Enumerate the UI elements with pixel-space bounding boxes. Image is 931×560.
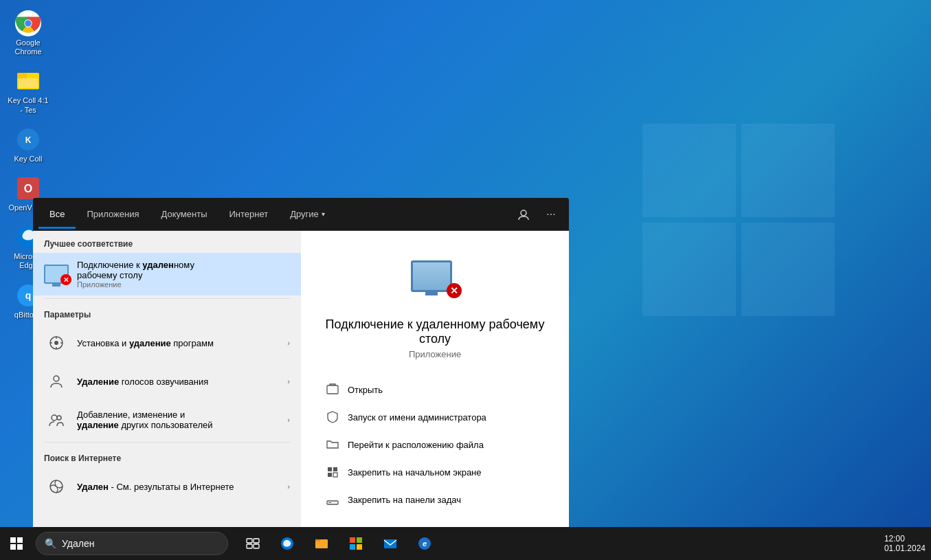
tab-docs[interactable]: Документы bbox=[150, 199, 218, 229]
svg-rect-5 bbox=[17, 73, 27, 78]
desktop-icon-keycoll2[interactable]: K Key Coll bbox=[3, 123, 53, 166]
shield-icon bbox=[326, 410, 339, 424]
internet-section-title: Поиск в Интернете bbox=[33, 445, 301, 467]
settings-item-1[interactable]: Установка и удаление программ › bbox=[33, 324, 301, 362]
divider-1 bbox=[44, 298, 290, 299]
svg-point-23 bbox=[57, 416, 61, 420]
svg-point-14 bbox=[521, 210, 526, 216]
start-button[interactable] bbox=[0, 527, 33, 560]
internet-item-1[interactable]: Удален - См. результаты в Интернете › bbox=[33, 467, 301, 506]
system-tray-clock: 12:0001.01.2024 bbox=[884, 534, 926, 553]
app-preview-icon: ✕ bbox=[407, 251, 462, 306]
app-preview-subtitle: Приложение bbox=[409, 349, 461, 359]
svg-point-3 bbox=[25, 20, 32, 27]
tab-internet[interactable]: Интернет bbox=[218, 199, 279, 229]
keycoll2-icon: K bbox=[14, 126, 42, 153]
start-menu: Все Приложения Документы Интернет Другие… bbox=[33, 198, 569, 527]
action-pin-taskbar-label: Закрепить на панели задач bbox=[348, 495, 461, 505]
settings-item-2-title: Удаление голосов озвучивания bbox=[77, 377, 279, 387]
svg-rect-27 bbox=[333, 467, 337, 471]
mail-taskbar-btn[interactable] bbox=[374, 527, 407, 560]
divider-2 bbox=[44, 442, 290, 443]
internet-item-1-text: Удален - См. результаты в Интернете bbox=[77, 482, 279, 492]
edge-taskbar-btn[interactable] bbox=[271, 527, 304, 560]
taskview-button[interactable] bbox=[236, 527, 269, 560]
internet-item-1-title: Удален - См. результаты в Интернете bbox=[77, 482, 279, 492]
svg-text:O: O bbox=[24, 183, 32, 194]
search-input[interactable] bbox=[62, 538, 199, 549]
best-match-icon: ✕ bbox=[44, 262, 69, 287]
windows-logo-icon bbox=[10, 537, 23, 550]
best-match-item[interactable]: ✕ Подключение к удаленномурабочему столу… bbox=[33, 253, 301, 295]
settings-item-3[interactable]: Добавление, изменение иудаление других п… bbox=[33, 401, 301, 439]
search-preview-right: ✕ Подключение к удаленному рабочему стол… bbox=[301, 231, 569, 527]
settings-item-2[interactable]: Удаление голосов озвучивания › bbox=[33, 362, 301, 401]
action-open[interactable]: Открыть bbox=[315, 376, 555, 403]
svg-rect-41 bbox=[357, 544, 362, 550]
taskbar-search-box[interactable]: 🔍 bbox=[36, 532, 228, 555]
action-run-admin[interactable]: Запуск от имени администратора bbox=[315, 403, 555, 431]
settings-section-title: Параметры bbox=[33, 302, 301, 324]
search-tabs: Все Приложения Документы Интернет Другие… bbox=[33, 198, 569, 231]
svg-rect-34 bbox=[247, 544, 252, 548]
pin-taskbar-icon bbox=[326, 493, 339, 506]
internet-icon-1 bbox=[44, 474, 69, 499]
more-options-btn[interactable]: ··· bbox=[539, 202, 563, 227]
taskbar-app-icons: e bbox=[236, 527, 441, 560]
action-open-label: Открыть bbox=[348, 385, 383, 395]
chrome-icon bbox=[14, 10, 42, 37]
settings-item-1-title: Установка и удаление программ bbox=[77, 338, 279, 348]
action-admin-label: Запуск от имени администратора bbox=[348, 412, 486, 423]
svg-point-16 bbox=[54, 341, 58, 345]
chevron-down-icon: ▾ bbox=[322, 210, 325, 218]
arrow-icon-1: › bbox=[287, 339, 290, 347]
desktop-icon-chrome[interactable]: Google Chrome bbox=[3, 7, 53, 59]
action-file-location[interactable]: Перейти к расположению файла bbox=[315, 431, 555, 458]
desktop-icon-keycoll1[interactable]: Key Coll 4:1 - Tes bbox=[3, 65, 53, 117]
explorer-taskbar-btn[interactable] bbox=[305, 527, 338, 560]
svg-text:K: K bbox=[25, 135, 32, 145]
taskbar: 🔍 bbox=[0, 527, 931, 560]
tab-all[interactable]: Все bbox=[38, 199, 76, 229]
keycoll2-label: Key Coll bbox=[14, 155, 43, 164]
svg-point-21 bbox=[54, 376, 59, 381]
app-preview-title: Подключение к удаленному рабочему столу bbox=[315, 317, 555, 346]
ie-taskbar-btn[interactable]: e bbox=[408, 527, 441, 560]
action-file-location-label: Перейти к расположению файла bbox=[348, 440, 484, 450]
svg-rect-38 bbox=[350, 537, 355, 543]
search-icon: 🔍 bbox=[45, 538, 56, 549]
svg-rect-25 bbox=[327, 385, 338, 394]
open-icon bbox=[326, 383, 339, 396]
tab-apps[interactable]: Приложения bbox=[76, 199, 150, 229]
settings-item-2-text: Удаление голосов озвучивания bbox=[77, 377, 279, 387]
svg-rect-6 bbox=[19, 78, 38, 88]
arrow-icon-4: › bbox=[287, 482, 290, 491]
svg-rect-40 bbox=[350, 544, 355, 550]
app-actions-list: Открыть Запуск от имени администратора bbox=[315, 376, 555, 513]
settings-item-3-text: Добавление, изменение иудаление других п… bbox=[77, 410, 279, 430]
settings-icon-1 bbox=[44, 331, 69, 355]
user-icon-btn[interactable] bbox=[511, 202, 536, 227]
svg-rect-28 bbox=[328, 473, 332, 477]
action-pin-start[interactable]: Закрепить на начальном экране bbox=[315, 458, 555, 486]
pin-start-icon bbox=[326, 465, 339, 479]
svg-point-22 bbox=[52, 415, 57, 421]
action-pin-taskbar[interactable]: Закрепить на панели задач bbox=[315, 486, 555, 513]
svg-rect-31 bbox=[328, 502, 331, 503]
taskbar-tray: 12:0001.01.2024 bbox=[884, 534, 931, 553]
chrome-label: Google Chrome bbox=[6, 38, 50, 56]
search-results-left: Лучшее соответствие ✕ Подключение к удал… bbox=[33, 231, 301, 527]
keycoll1-icon bbox=[14, 67, 42, 95]
best-match-item-title: Подключение к удаленномурабочему столу bbox=[77, 260, 290, 280]
svg-text:q: q bbox=[25, 290, 32, 301]
tab-other[interactable]: Другие ▾ bbox=[279, 199, 336, 229]
keycoll1-label: Key Coll 4:1 - Tes bbox=[6, 96, 50, 114]
settings-icon-2 bbox=[44, 369, 69, 394]
action-pin-start-label: Закрепить на начальном экране bbox=[348, 467, 482, 478]
svg-rect-39 bbox=[357, 537, 362, 543]
desktop: Google Chrome Key Coll 4:1 - Tes K Key bbox=[0, 0, 931, 560]
store-taskbar-btn[interactable] bbox=[339, 527, 372, 560]
best-match-item-subtitle: Приложение bbox=[77, 280, 290, 289]
settings-item-3-title: Добавление, изменение иудаление других п… bbox=[77, 410, 279, 430]
tab-actions-right: ··· bbox=[511, 202, 563, 227]
